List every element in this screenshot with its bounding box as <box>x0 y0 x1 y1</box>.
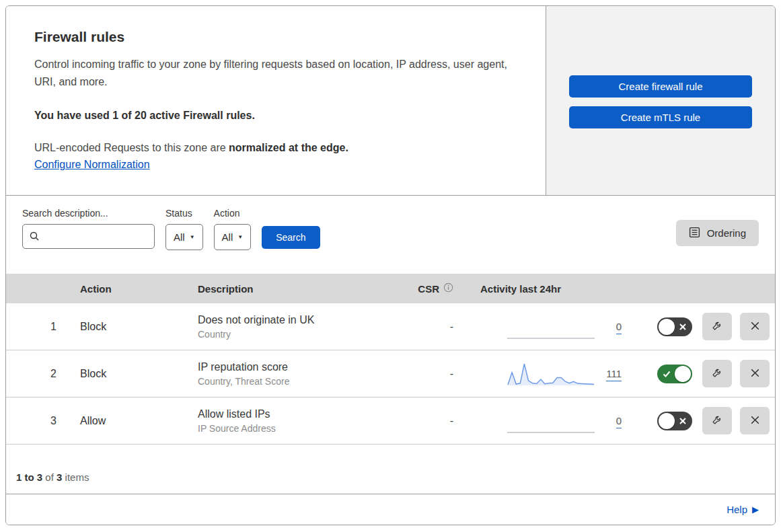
rule-action: Allow <box>67 415 198 427</box>
rule-action: Block <box>67 368 198 380</box>
configure-normalization-link[interactable]: Configure Normalization <box>34 159 150 170</box>
create-mtls-rule-button[interactable]: Create mTLS rule <box>569 106 752 128</box>
activity-sparkline <box>480 313 595 341</box>
help-arrow-icon: ▶ <box>752 504 759 515</box>
rule-csr-value: - <box>400 368 480 380</box>
normalization-text: URL-encoded Requests to this zone are no… <box>34 142 517 154</box>
activity-count-link[interactable]: 0 <box>616 321 622 334</box>
page-description: Control incoming traffic to your zone by… <box>34 56 517 91</box>
toggle-knob <box>659 319 675 335</box>
rule-criteria: Country, Threat Score <box>198 376 400 387</box>
help-bar: Help ▶ <box>6 494 775 525</box>
page-title: Firewall rules <box>34 29 517 45</box>
rule-priority: 3 <box>6 415 67 427</box>
rule-criteria: IP Source Address <box>198 423 400 434</box>
close-icon <box>749 320 761 334</box>
rule-priority: 2 <box>6 368 67 380</box>
search-input[interactable] <box>22 224 155 249</box>
rule-csr-value: - <box>400 321 480 333</box>
wrench-icon <box>711 367 723 381</box>
firewall-rules-card: Firewall rules Control incoming traffic … <box>5 5 776 525</box>
rule-csr-value: - <box>400 415 480 427</box>
rule-criteria: Country <box>198 329 400 340</box>
table-header: Action Description CSR Activity last 24h… <box>6 274 775 303</box>
delete-rule-button[interactable] <box>740 313 770 340</box>
rule-description: Allow listed IPs IP Source Address <box>198 408 400 434</box>
edit-rule-button[interactable] <box>702 313 732 340</box>
rule-enabled-toggle[interactable] <box>657 365 692 383</box>
info-icon[interactable] <box>443 282 453 295</box>
help-link[interactable]: Help ▶ <box>727 504 759 515</box>
status-filter-group: Status All ▼ <box>165 208 203 274</box>
wrench-icon <box>711 414 723 428</box>
activity-count-link[interactable]: 111 <box>606 368 622 381</box>
header-section: Firewall rules Control incoming traffic … <box>6 6 775 196</box>
rule-priority: 1 <box>6 321 67 333</box>
header-panel: Firewall rules Control incoming traffic … <box>6 6 546 195</box>
column-action: Action <box>67 283 198 295</box>
quick-actions-panel: Create firewall rule Create mTLS rule <box>546 6 775 195</box>
close-icon <box>749 414 761 428</box>
chevron-down-icon: ▼ <box>237 235 243 240</box>
activity-count-link[interactable]: 0 <box>616 415 622 428</box>
activity-sparkline <box>480 407 595 435</box>
chevron-down-icon: ▼ <box>190 235 195 240</box>
edit-rule-button[interactable] <box>702 407 732 434</box>
rule-action: Block <box>67 321 198 333</box>
status-dropdown[interactable]: All ▼ <box>165 224 203 250</box>
column-activity: Activity last 24hr <box>480 283 595 295</box>
search-label: Search description... <box>22 208 155 219</box>
search-group: Search description... <box>22 208 155 274</box>
table-row: 3 Allow Allow listed IPs IP Source Addre… <box>6 397 775 445</box>
x-icon <box>678 416 687 426</box>
action-label: Action <box>214 208 252 219</box>
search-button[interactable]: Search <box>262 226 320 249</box>
toggle-knob <box>675 366 691 382</box>
search-icon <box>29 231 40 241</box>
table-row: 2 Block IP reputation score Country, Thr… <box>6 350 775 397</box>
pagination-summary: 1 to 3 of 3 items <box>6 445 775 494</box>
column-csr: CSR <box>418 283 439 295</box>
column-description: Description <box>198 283 400 295</box>
rule-description: Does not originate in UK Country <box>198 314 400 340</box>
check-icon <box>662 369 671 379</box>
action-dropdown[interactable]: All ▼ <box>214 224 252 250</box>
usage-text: You have used 1 of 20 active Firewall ru… <box>34 110 517 122</box>
toggle-knob <box>659 413 675 429</box>
rule-enabled-toggle[interactable] <box>657 412 692 430</box>
close-icon <box>749 367 761 381</box>
action-filter-group: Action All ▼ <box>214 208 252 274</box>
ordering-button[interactable]: Ordering <box>676 220 759 246</box>
filter-bar: Search description... Status All ▼ Actio… <box>6 196 775 274</box>
edit-rule-button[interactable] <box>702 360 732 387</box>
rule-description: IP reputation score Country, Threat Scor… <box>198 361 400 387</box>
create-firewall-rule-button[interactable]: Create firewall rule <box>569 75 752 98</box>
wrench-icon <box>711 319 723 334</box>
status-label: Status <box>165 208 203 219</box>
table-row: 1 Block Does not originate in UK Country… <box>6 303 775 350</box>
rule-enabled-toggle[interactable] <box>657 317 692 336</box>
delete-rule-button[interactable] <box>740 360 770 387</box>
ordering-icon <box>689 227 700 240</box>
activity-sparkline <box>480 360 595 388</box>
x-icon <box>678 322 687 332</box>
delete-rule-button[interactable] <box>740 407 770 434</box>
